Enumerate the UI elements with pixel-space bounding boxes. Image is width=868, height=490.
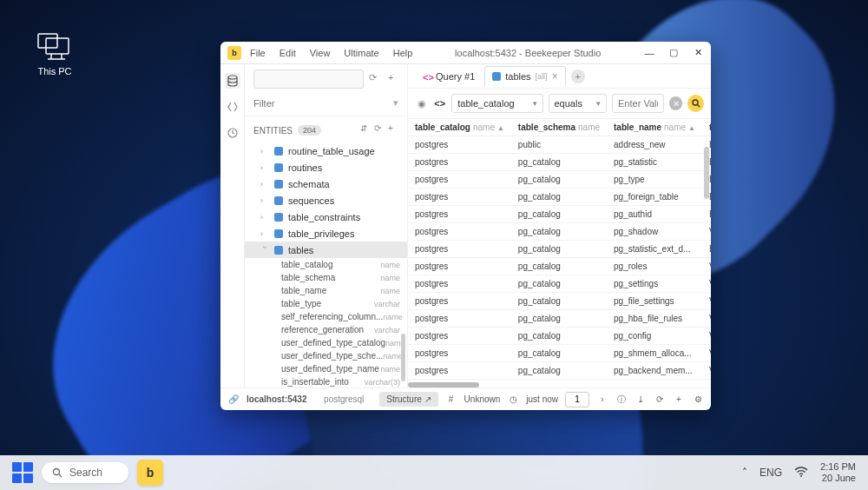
database-select-dropdown[interactable] (253, 70, 364, 89)
menu-ultimate[interactable]: Ultimate (344, 48, 378, 58)
table-cell[interactable]: pg_catalog (511, 328, 607, 345)
desktop-icon-this-pc[interactable]: This PC (24, 33, 85, 76)
entities-tree[interactable]: ›routine_table_usage›routines›schemata›s… (245, 142, 407, 387)
filter-apply-button[interactable] (687, 95, 704, 112)
tree-item-routines[interactable]: ›routines (245, 159, 407, 175)
table-row[interactable]: postgrespg_catalogpg_foreign_tableBASE T… (408, 189, 711, 206)
table-cell[interactable]: BASE TABLE (702, 241, 711, 258)
refresh-icon[interactable]: ⟳ (654, 394, 666, 406)
tree-item-table_privileges[interactable]: ›table_privileges (245, 225, 407, 242)
table-row[interactable]: postgrespg_catalogpg_hba_file_rulesVIEW (408, 310, 711, 328)
visibility-toggle-icon[interactable]: ◉ (415, 96, 428, 110)
table-cell[interactable]: VIEW (702, 275, 711, 293)
table-cell[interactable]: pg_hba_file_rules (607, 310, 702, 328)
table-cell[interactable]: VIEW (702, 223, 711, 241)
column-header-table_schema[interactable]: table_schemaname (511, 119, 607, 136)
tab-query-#1[interactable]: <>Query #1 (415, 67, 483, 86)
tree-item-routine_table_usage[interactable]: ›routine_table_usage (245, 142, 407, 159)
table-cell[interactable]: public (511, 136, 607, 154)
table-cell[interactable]: pg_roles (607, 258, 702, 275)
table-cell[interactable]: pg_shadow (607, 223, 702, 241)
add-row-icon[interactable]: + (673, 394, 685, 406)
data-table-wrap[interactable]: table_catalogname▲table_schemanametable_… (408, 119, 711, 387)
table-cell[interactable]: postgres (408, 328, 511, 345)
table-cell[interactable]: pg_config (607, 328, 702, 345)
entities-add-icon[interactable]: + (388, 123, 402, 137)
window-minimize-button[interactable]: — (643, 47, 655, 59)
table-cell[interactable]: pg_type (607, 171, 702, 189)
table-cell[interactable]: BASE TABLE (702, 206, 711, 223)
tab-add-button[interactable]: + (571, 70, 585, 83)
sidebar-scrollbar[interactable] (401, 334, 405, 381)
table-cell[interactable]: pg_catalog (511, 189, 607, 206)
table-cell[interactable]: postgres (408, 275, 511, 293)
tray-clock[interactable]: 2:16 PM 20 June (820, 461, 856, 483)
structure-button[interactable]: Structure ↗ (379, 392, 437, 407)
info-icon[interactable]: ⓘ (615, 394, 628, 406)
table-cell[interactable]: VIEW (702, 310, 711, 328)
tray-chevron-up-icon[interactable]: ˄ (742, 467, 747, 479)
filter-column-select[interactable]: table_catalog (451, 94, 542, 113)
table-row[interactable]: postgrespg_catalogpg_settingsVIEW (408, 275, 711, 293)
table-cell[interactable]: pg_foreign_table (607, 189, 702, 206)
table-cell[interactable]: postgres (408, 136, 511, 154)
table-row[interactable]: postgrespg_catalogpg_backend_mem...VIEW (408, 362, 711, 380)
sidebar-add-icon[interactable]: + (388, 72, 402, 86)
table-cell[interactable]: VIEW (702, 258, 711, 275)
filter-clear-button[interactable]: ✕ (669, 96, 682, 110)
tree-item-table_constraints[interactable]: ›table_constraints (245, 209, 407, 225)
table-cell[interactable]: pg_catalog (511, 345, 607, 362)
tab-tables[interactable]: tables[all]× (484, 66, 565, 87)
table-cell[interactable]: pg_catalog (511, 223, 607, 241)
table-cell[interactable]: pg_catalog (511, 293, 607, 310)
settings-gear-icon[interactable]: ⚙ (692, 394, 704, 406)
table-cell[interactable]: postgres (408, 223, 511, 241)
column-header-table_name[interactable]: table_namename▲ (607, 119, 702, 136)
table-cell[interactable]: VIEW (702, 362, 711, 380)
window-maximize-button[interactable]: ▢ (667, 47, 680, 59)
column-header-table_catalog[interactable]: table_catalogname▲ (408, 119, 511, 136)
menu-help[interactable]: Help (393, 48, 413, 58)
entities-collapse-icon[interactable]: ⇵ (360, 123, 374, 137)
table-cell[interactable]: pg_shmem_alloca... (607, 345, 702, 362)
filter-value-input[interactable] (612, 94, 664, 113)
page-next-icon[interactable]: › (596, 394, 608, 406)
table-cell[interactable]: postgres (408, 293, 511, 310)
table-row[interactable]: postgrespg_catalogpg_file_settingsVIEW (408, 293, 711, 310)
table-row[interactable]: postgrespg_catalogpg_shmem_alloca...VIEW (408, 345, 711, 362)
table-cell[interactable]: pg_catalog (511, 258, 607, 275)
table-horizontal-scrollbar[interactable] (408, 382, 479, 387)
table-cell[interactable]: pg_catalog (511, 171, 607, 189)
table-cell[interactable]: pg_statistic (607, 154, 702, 171)
table-cell[interactable]: pg_backend_mem... (607, 362, 702, 380)
tree-item-tables[interactable]: ›tables (245, 242, 407, 258)
taskbar-search[interactable]: Search (42, 462, 128, 483)
menu-view[interactable]: View (310, 48, 331, 58)
system-tray[interactable]: ˄ ENG 2:16 PM 20 June (742, 461, 856, 483)
start-button[interactable] (12, 462, 33, 483)
sidebar-refresh-icon[interactable]: ⟳ (369, 72, 383, 86)
filter-icon[interactable]: ▾ (393, 97, 398, 109)
table-cell[interactable]: VIEW (702, 345, 711, 362)
table-row[interactable]: postgrespg_catalogpg_statistic_ext_d...B… (408, 241, 711, 258)
table-vertical-scrollbar[interactable] (704, 147, 709, 199)
table-cell[interactable]: pg_catalog (511, 275, 607, 293)
table-cell[interactable]: postgres (408, 189, 511, 206)
table-row[interactable]: postgrespg_catalogpg_typeBASE TABLE (408, 171, 711, 189)
table-row[interactable]: postgrespublicaddress_newBASE TABLE (408, 136, 711, 154)
entities-refresh-icon[interactable]: ⟳ (374, 123, 388, 137)
taskbar-app-beekeeper[interactable]: b (137, 460, 163, 486)
table-cell[interactable]: pg_statistic_ext_d... (607, 241, 702, 258)
menu-edit[interactable]: Edit (279, 48, 296, 58)
table-cell[interactable]: postgres (408, 171, 511, 189)
table-cell[interactable]: postgres (408, 362, 511, 380)
page-number-input[interactable] (565, 392, 589, 407)
close-icon[interactable]: × (552, 70, 558, 83)
tree-item-schemata[interactable]: ›schemata (245, 175, 407, 192)
column-item[interactable]: user_defined_type_sche...name (245, 349, 407, 362)
table-cell[interactable]: pg_catalog (511, 241, 607, 258)
column-item[interactable]: table_typevarchar (245, 297, 407, 310)
table-cell[interactable]: pg_settings (607, 275, 702, 293)
menu-file[interactable]: File (250, 48, 266, 58)
column-item[interactable]: reference_generationvarchar (245, 323, 407, 336)
